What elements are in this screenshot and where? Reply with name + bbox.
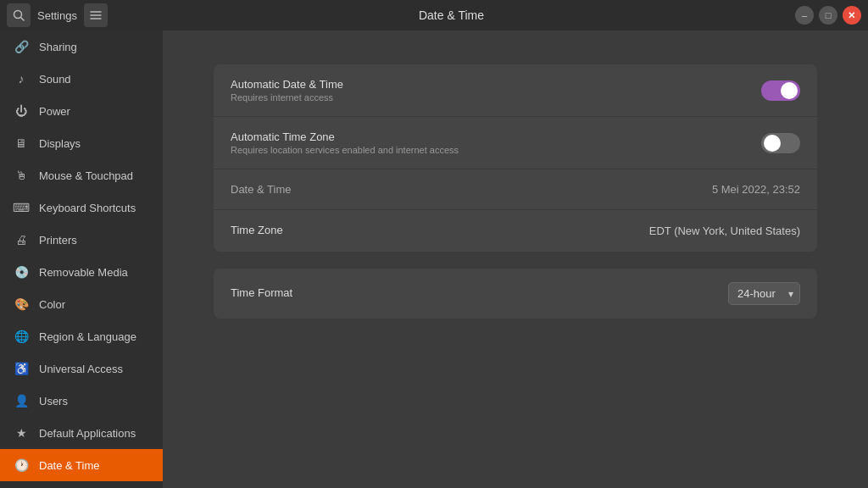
date-time-display-row: Date & Time 5 Mei 2022, 23:52 xyxy=(214,169,817,210)
sidebar-item-label-color: Color xyxy=(39,298,65,311)
timezone-display-value: EDT (New York, United States) xyxy=(649,225,800,237)
sidebar-item-label-removable-media: Removable Media xyxy=(39,266,128,279)
auto-timezone-subtitle: Requires location services enabled and i… xyxy=(231,145,459,155)
sidebar-item-default-applications[interactable]: ★Default Applications xyxy=(0,417,163,449)
default-applications-icon: ★ xyxy=(14,425,29,441)
keyboard-shortcuts-icon: ⌨ xyxy=(14,200,29,215)
color-icon: 🎨 xyxy=(14,297,29,312)
sidebar-item-removable-media[interactable]: 💿Removable Media xyxy=(0,256,163,288)
timezone-display-row: Time Zone EDT (New York, United States) xyxy=(214,210,817,252)
close-button[interactable]: ✕ xyxy=(843,6,861,25)
time-format-card: Time Format 24-hourAM/PM xyxy=(214,269,817,319)
auto-date-time-info: Automatic Date & Time Requires internet … xyxy=(231,78,343,103)
sidebar-item-sound[interactable]: ♪Sound xyxy=(0,63,163,95)
sidebar-item-label-sharing: Sharing xyxy=(39,41,77,53)
titlebar-left: Settings xyxy=(7,3,108,27)
window-controls: – □ ✕ xyxy=(795,6,861,25)
date-time-display-value: 5 Mei 2022, 23:52 xyxy=(712,183,800,196)
main-container: 🔗Sharing♪Sound⏻Power🖥Displays🖱Mouse & To… xyxy=(0,30,868,488)
sidebar-item-label-default-applications: Default Applications xyxy=(39,427,136,440)
sidebar-item-universal-access[interactable]: ♿Universal Access xyxy=(0,352,163,385)
search-button[interactable] xyxy=(7,3,31,27)
sidebar-item-displays[interactable]: 🖥Displays xyxy=(0,127,163,159)
sidebar-item-keyboard-shortcuts[interactable]: ⌨Keyboard Shortcuts xyxy=(0,191,163,224)
sidebar-item-label-displays: Displays xyxy=(39,137,81,150)
auto-date-time-subtitle: Requires internet access xyxy=(231,92,343,103)
printers-icon: 🖨 xyxy=(14,232,29,247)
sidebar-item-color[interactable]: 🎨Color xyxy=(0,288,163,320)
sidebar-item-date-time[interactable]: 🕐Date & Time xyxy=(0,449,163,481)
region-language-icon: 🌐 xyxy=(14,329,29,344)
power-icon: ⏻ xyxy=(14,103,29,119)
sidebar-item-label-sound: Sound xyxy=(39,73,71,86)
sidebar-item-about[interactable]: ℹAbout xyxy=(0,481,163,488)
sidebar-item-label-region-language: Region & Language xyxy=(39,330,136,343)
displays-icon: 🖥 xyxy=(14,136,29,151)
auto-timezone-row: Automatic Time Zone Requires location se… xyxy=(214,117,817,169)
sidebar-item-power[interactable]: ⏻Power xyxy=(0,95,163,127)
time-format-select[interactable]: 24-hourAM/PM xyxy=(728,282,800,305)
toggle-knob xyxy=(781,82,798,99)
sidebar-item-label-mouse-touchpad: Mouse & Touchpad xyxy=(39,169,133,182)
sharing-icon: 🔗 xyxy=(14,39,29,54)
toggle-knob-tz xyxy=(764,135,781,152)
date-time-display-label: Date & Time xyxy=(231,183,292,196)
users-icon: 👤 xyxy=(14,393,29,408)
auto-timezone-toggle[interactable] xyxy=(761,133,800,153)
sidebar-item-users[interactable]: 👤Users xyxy=(0,385,163,417)
universal-access-icon: ♿ xyxy=(14,361,29,376)
maximize-button[interactable]: □ xyxy=(819,6,837,25)
date-time-icon: 🕐 xyxy=(14,458,29,473)
sound-icon: ♪ xyxy=(14,71,29,86)
auto-date-time-title: Automatic Date & Time xyxy=(231,78,343,91)
datetime-card: Automatic Date & Time Requires internet … xyxy=(214,64,817,252)
sidebar-item-label-keyboard-shortcuts: Keyboard Shortcuts xyxy=(39,202,136,214)
app-title: Settings xyxy=(37,9,77,22)
removable-media-icon: 💿 xyxy=(14,264,29,280)
time-format-row: Time Format 24-hourAM/PM xyxy=(214,269,817,319)
sidebar-item-sharing[interactable]: 🔗Sharing xyxy=(0,30,163,63)
sidebar-item-mouse-touchpad[interactable]: 🖱Mouse & Touchpad xyxy=(0,159,163,191)
sidebar-item-label-users: Users xyxy=(39,395,68,408)
time-format-dropdown-wrapper: 24-hourAM/PM xyxy=(728,282,800,305)
sidebar-item-label-date-time: Date & Time xyxy=(39,459,100,472)
titlebar: Settings Date & Time – □ ✕ xyxy=(0,0,868,30)
content-area: Automatic Date & Time Requires internet … xyxy=(163,30,868,488)
hamburger-menu-button[interactable] xyxy=(84,3,108,27)
timezone-display-label: Time Zone xyxy=(231,224,283,236)
svg-line-1 xyxy=(21,18,25,21)
auto-timezone-title: Automatic Time Zone xyxy=(231,130,459,143)
window-title: Date & Time xyxy=(419,8,484,22)
auto-timezone-info: Automatic Time Zone Requires location se… xyxy=(231,130,459,155)
auto-date-time-row: Automatic Date & Time Requires internet … xyxy=(214,64,817,117)
auto-date-time-toggle[interactable] xyxy=(761,80,800,101)
sidebar-item-label-printers: Printers xyxy=(39,234,77,247)
sidebar-item-printers[interactable]: 🖨Printers xyxy=(0,224,163,256)
mouse-touchpad-icon: 🖱 xyxy=(14,168,29,183)
sidebar-item-label-power: Power xyxy=(39,105,70,118)
sidebar-item-label-universal-access: Universal Access xyxy=(39,363,123,375)
sidebar-item-region-language[interactable]: 🌐Region & Language xyxy=(0,320,163,352)
time-format-label: Time Format xyxy=(231,286,292,299)
minimize-button[interactable]: – xyxy=(795,6,814,25)
sidebar: 🔗Sharing♪Sound⏻Power🖥Displays🖱Mouse & To… xyxy=(0,30,163,488)
